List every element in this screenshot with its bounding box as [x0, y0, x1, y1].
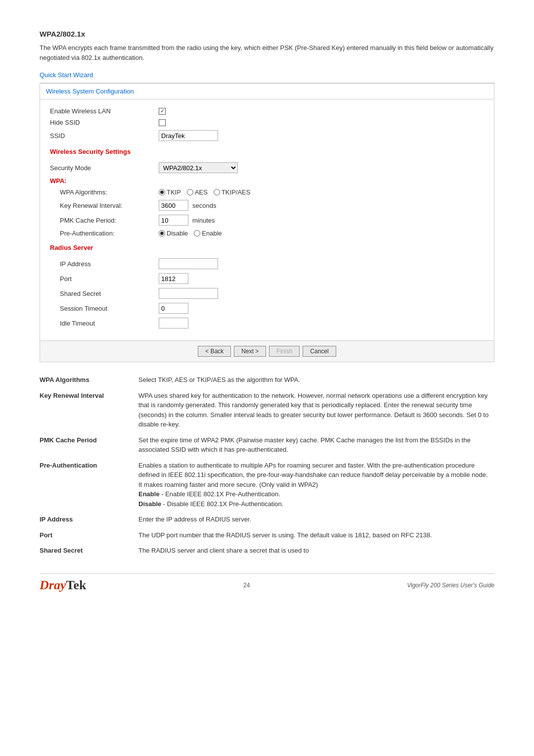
security-mode-select[interactable]: WPA2/802.1x [159, 162, 238, 173]
radio-disable[interactable]: Disable [159, 230, 188, 237]
key-renewal-unit: seconds [192, 202, 216, 209]
radio-disable-circle[interactable] [159, 230, 165, 236]
radio-aes-circle[interactable] [187, 189, 193, 195]
session-timeout-label: Session Timeout [50, 305, 159, 312]
desc-row: WPA AlgorithmsSelect TKIP, AES or TKIP/A… [40, 372, 494, 388]
desc-row: Key Renewal IntervalWPA uses shared key … [40, 388, 494, 432]
shared-secret-label: Shared Secret [50, 290, 159, 297]
desc-term: Pre-Authentication [40, 458, 138, 512]
desc-text: Select TKIP, AES or TKIP/AES as the algo… [138, 372, 494, 388]
port-control [159, 273, 484, 284]
back-button[interactable]: < Back [198, 346, 231, 357]
desc-term: Shared Secret [40, 543, 138, 559]
radio-enable[interactable]: Enable [194, 230, 222, 237]
pre-auth-control: Disable Enable [159, 230, 484, 237]
intro-text: The WPA encrypts each frame transmitted … [40, 43, 494, 62]
key-renewal-row: Key Renewal Interval: seconds [50, 200, 484, 211]
wpa-section-label: WPA: [50, 177, 67, 185]
ssid-row: SSID [50, 130, 484, 141]
pmk-cache-label: PMK Cache Period: [50, 217, 159, 224]
radio-aes-label: AES [195, 189, 208, 196]
security-mode-label: Security Mode [50, 164, 159, 172]
page-number: 24 [243, 582, 250, 589]
desc-row: PMK Cache PeriodSet the expire time of W… [40, 432, 494, 458]
brand-dray: Dray [40, 578, 66, 592]
wizard-footer: < Back Next > Finish Cancel [40, 340, 494, 362]
pmk-cache-unit: minutes [192, 217, 215, 224]
wizard-header-link[interactable]: Wireless System Configuration [46, 88, 134, 95]
finish-button[interactable]: Finish [269, 346, 300, 357]
desc-row: Pre-AuthenticationEnables a station to a… [40, 458, 494, 512]
radio-tkip-label: TKIP [167, 189, 181, 196]
quick-start-link[interactable]: Quick Start Wizard [40, 71, 494, 79]
cancel-button[interactable]: Cancel [303, 346, 336, 357]
enable-wireless-row: Enable Wireless LAN [50, 107, 484, 115]
shared-secret-row: Shared Secret [50, 288, 484, 299]
radio-enable-circle[interactable] [194, 230, 200, 236]
port-row: Port [50, 273, 484, 284]
desc-text: Enter the IP address of RADIUS server. [138, 512, 494, 527]
radio-aes[interactable]: AES [187, 189, 208, 196]
radio-tkip-aes[interactable]: TKIP/AES [214, 189, 251, 196]
desc-text: Enables a station to authenticate to mul… [138, 458, 494, 512]
hide-ssid-checkbox[interactable] [159, 119, 166, 126]
page-title: WPA2/802.1x [40, 30, 494, 38]
session-timeout-control [159, 303, 484, 314]
radius-server-row: Radius Server [50, 241, 484, 254]
port-label: Port [50, 275, 159, 283]
desc-term: PMK Cache Period [40, 432, 138, 458]
radio-tkip-circle[interactable] [159, 189, 165, 195]
wizard-body: Enable Wireless LAN Hide SSID SSID Wirel… [40, 99, 494, 340]
wizard-container: Wireless System Configuration Enable Wir… [40, 83, 494, 362]
desc-text: The UDP port number that the RADIUS serv… [138, 527, 494, 543]
desc-term: Key Renewal Interval [40, 388, 138, 432]
ip-address-input[interactable] [159, 258, 218, 269]
next-button[interactable]: Next > [234, 346, 266, 357]
session-timeout-row: Session Timeout [50, 303, 484, 314]
key-renewal-control: seconds [159, 200, 484, 211]
pmk-cache-control: minutes [159, 215, 484, 226]
guide-title: VigorFly 200 Series User's Guide [407, 582, 494, 589]
enable-wireless-checkbox[interactable] [159, 108, 166, 115]
key-renewal-input[interactable] [159, 200, 188, 211]
page-footer: DrayTek 24 VigorFly 200 Series User's Gu… [40, 573, 494, 593]
radio-tkip-aes-circle[interactable] [214, 189, 220, 195]
radio-tkip-aes-label: TKIP/AES [222, 189, 251, 196]
wpa-algorithms-control: TKIP AES TKIP/AES [159, 189, 484, 196]
radio-disable-label: Disable [167, 230, 188, 237]
pmk-cache-row: PMK Cache Period: minutes [50, 215, 484, 226]
pre-auth-label: Pre-Authentication: [50, 230, 159, 237]
wireless-security-row: Wireless Security Settings [50, 145, 484, 158]
key-renewal-label: Key Renewal Interval: [50, 202, 159, 209]
shared-secret-control [159, 288, 484, 299]
desc-text: Set the expire time of WPA2 PMK (Pairwis… [138, 432, 494, 458]
enable-wireless-label: Enable Wireless LAN [50, 107, 159, 115]
pre-auth-row: Pre-Authentication: Disable Enable [50, 230, 484, 237]
desc-term: IP Address [40, 512, 138, 527]
ssid-input[interactable] [159, 130, 218, 141]
ssid-control [159, 130, 484, 141]
hide-ssid-row: Hide SSID [50, 119, 484, 126]
shared-secret-input[interactable] [159, 288, 218, 299]
pre-auth-radio-group: Disable Enable [159, 230, 222, 237]
wpa-algorithms-row: WPA Algorithms: TKIP AES TKIP/AES [50, 189, 484, 196]
wpa-algorithms-radio-group: TKIP AES TKIP/AES [159, 189, 250, 196]
security-mode-control: WPA2/802.1x [159, 162, 484, 173]
wireless-security-label: Wireless Security Settings [50, 148, 131, 155]
pmk-cache-input[interactable] [159, 215, 188, 226]
radio-enable-label: Enable [202, 230, 222, 237]
radius-server-label: Radius Server [50, 244, 93, 251]
hide-ssid-control [159, 119, 484, 126]
hide-ssid-label: Hide SSID [50, 119, 159, 126]
desc-row: Shared SecretThe RADIUS server and clien… [40, 543, 494, 559]
ip-address-label: IP Address [50, 260, 159, 268]
session-timeout-input[interactable] [159, 303, 188, 314]
idle-timeout-input[interactable] [159, 318, 188, 329]
desc-text: WPA uses shared key for authentication t… [138, 388, 494, 432]
enable-wireless-control [159, 108, 484, 115]
radio-tkip[interactable]: TKIP [159, 189, 181, 196]
port-input[interactable] [159, 273, 188, 284]
brand-tek: Tek [66, 578, 86, 592]
desc-row: IP AddressEnter the IP address of RADIUS… [40, 512, 494, 527]
wizard-header: Wireless System Configuration [40, 84, 494, 99]
